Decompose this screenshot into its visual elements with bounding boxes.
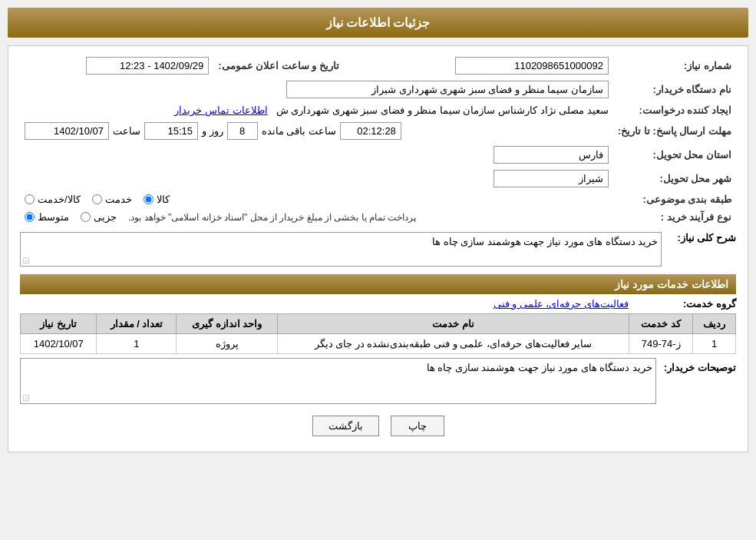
service-table-body: 1ز-74-749سایر فعالیت‌های حرفه‌ای، علمی و…	[21, 334, 736, 354]
row-eijadKonnande: ایجاد کننده درخواست: سعید مصلی نژاد کارش…	[20, 101, 736, 119]
table-cell: سایر فعالیت‌های حرفه‌ای، علمی و فنی طبقه…	[277, 334, 629, 354]
resize-icon: ◲	[22, 256, 29, 264]
tabaqe-radio-group: کالا/خدمت خدمت کالا	[25, 194, 609, 205]
mohlat-saat-label: ساعت	[113, 125, 140, 137]
mohlat-baghimandeh-label: ساعت باقی مانده	[262, 125, 336, 137]
page-header: جزئیات اطلاعات نیاز	[8, 8, 748, 38]
eijadKonnande-value: سعید مصلی نژاد کارشناس سازمان سیما منظر …	[20, 101, 613, 119]
col-tedad: تعداد / مقدار	[97, 314, 177, 334]
col-tarikh: تاریخ نیاز	[21, 314, 97, 334]
table-cell: 1402/10/07	[21, 334, 97, 354]
noeFarayand-value: متوسط جزیی پرداخت تمام یا بخشی از مبلغ خ…	[20, 208, 613, 226]
row-mohlat: مهلت ارسال پاسخ: تا تاریخ: 1402/10/07 سا…	[20, 119, 736, 143]
noeFarayand-label: نوع فرآیند خرید :	[613, 208, 736, 226]
service-table-head: ردیف کد خدمت نام خدمت واحد اندازه گیری ت…	[21, 314, 736, 334]
namDastgah-label: نام دستگاه خریدار:	[613, 78, 736, 101]
shahr-value: شیراز	[20, 167, 613, 190]
row-ostan: استان محل تحویل: فارس	[20, 143, 736, 167]
back-button[interactable]: بازگشت	[312, 416, 379, 436]
tabaqe-label: طبقه بندی موضوعی:	[613, 190, 736, 208]
noeFarayand-radio-group: متوسط جزیی	[25, 211, 117, 223]
tosifat-row: توصیحات خریدار: خرید دستگاه های مورد نیا…	[20, 358, 736, 404]
tabaqe-kalaKhadamat-radio[interactable]	[25, 194, 35, 204]
tabaqe-value: کالا/خدمت خدمت کالا	[20, 190, 613, 208]
tabaqe-kalaKhadamat-item[interactable]: کالا/خدمت	[25, 194, 81, 205]
eijadKonnande-text: سعید مصلی نژاد کارشناس سازمان سیما منظر …	[276, 104, 609, 116]
table-cell: 1	[693, 334, 736, 354]
print-button[interactable]: چاپ	[391, 416, 444, 436]
mohlat-label: مهلت ارسال پاسخ: تا تاریخ:	[613, 119, 736, 143]
ostan-value: فارس	[20, 143, 613, 167]
bottom-buttons: چاپ بازگشت	[20, 416, 736, 444]
tarikh-label: تاریخ و ساعت اعلان عمومی:	[213, 54, 344, 78]
row-shomareNiaz: شماره نیاز: 1102098651000092 تاریخ و ساع…	[20, 54, 736, 78]
tosifat-resize-icon: ◲	[22, 393, 29, 402]
namDastgah-value: سازمان سیما منظر و فضای سبز شهری شهرداری…	[20, 78, 613, 101]
grohe-khadamat-label: گروه خدمت:	[644, 298, 736, 310]
noeFarayand-motavaset-item[interactable]: متوسط	[25, 211, 69, 223]
table-row: 1ز-74-749سایر فعالیت‌های حرفه‌ای، علمی و…	[21, 334, 736, 354]
noeFarayand-jozii-radio[interactable]	[81, 212, 91, 222]
eijadKonnande-link[interactable]: اطلاعات تماس خریدار	[174, 104, 267, 116]
table-cell: 1	[97, 334, 177, 354]
col-nam-khadamat: نام خدمت	[277, 314, 629, 334]
grohe-khadamat-row: گروه خدمت: فعالیت‌های حرفه‌ای، علمی و فن…	[20, 298, 736, 310]
service-table-header-row: ردیف کد خدمت نام خدمت واحد اندازه گیری ت…	[21, 314, 736, 334]
tosifat-label: توصیحات خریدار:	[664, 358, 736, 373]
noeFarayand-motavaset-radio[interactable]	[25, 212, 35, 222]
tosifat-field: خرید دستگاه های مورد نیاز جهت هوشمند ساز…	[20, 358, 656, 404]
ostan-field: فارس	[494, 146, 609, 164]
mohlat-value: 1402/10/07 ساعت 15:15 روز و 8 ساعت باقی …	[20, 119, 613, 143]
eijadKonnande-label: ایجاد کننده درخواست:	[613, 101, 736, 119]
namDastgah-field: سازمان سیما منظر و فضای سبز شهری شهرداری…	[286, 81, 609, 98]
row-namDastgah: نام دستگاه خریدار: سازمان سیما منظر و فض…	[20, 78, 736, 101]
tosifat-value: خرید دستگاه های مورد نیاز جهت هوشمند ساز…	[427, 362, 653, 373]
shomareNiaz-field: 1102098651000092	[455, 57, 609, 75]
mohlat-rooz-label: روز و	[202, 125, 223, 137]
noeFarayand-desc: پرداخت تمام یا بخشی از مبلغ خریدار از مح…	[128, 212, 416, 223]
tabaqe-kalaKhadamat-label: کالا/خدمت	[38, 194, 81, 205]
col-vahed: واحد اندازه گیری	[177, 314, 277, 334]
mohlat-date-field: 1402/10/07	[25, 122, 109, 140]
noeFarayand-motavaset-label: متوسط	[38, 211, 69, 223]
tabaqe-kala-label: کالا	[157, 194, 170, 205]
sharh-value: خرید دستگاه های مورد نیاز جهت هوشمند ساز…	[432, 236, 659, 247]
service-table: ردیف کد خدمت نام خدمت واحد اندازه گیری ت…	[20, 313, 736, 354]
table-cell: پروژه	[177, 334, 277, 354]
shomareNiaz-label: شماره نیاز:	[613, 54, 736, 78]
grohe-khadamat-value[interactable]: فعالیت‌های حرفه‌ای، علمی و فنی	[494, 298, 629, 310]
info-table: شماره نیاز: 1102098651000092 تاریخ و ساع…	[20, 54, 736, 226]
ostan-label: استان محل تحویل:	[613, 143, 736, 167]
page-wrapper: جزئیات اطلاعات نیاز شماره نیاز: 11020986…	[0, 0, 756, 540]
shahr-field: شیراز	[494, 170, 609, 187]
noeFarayand-jozii-label: جزیی	[94, 211, 117, 223]
mohlat-baghimandeh-field: 02:12:28	[340, 122, 401, 140]
tabaqe-khadamat-item[interactable]: خدمت	[92, 194, 132, 205]
tabaqe-kala-item[interactable]: کالا	[144, 194, 170, 205]
col-kod-khadamat: کد خدمت	[629, 314, 693, 334]
row-noeFarayand: نوع فرآیند خرید : متوسط جزیی	[20, 208, 736, 226]
table-cell: ز-74-749	[629, 334, 693, 354]
tabaqe-khadamat-radio[interactable]	[92, 194, 102, 204]
page-title: جزئیات اطلاعات نیاز	[326, 16, 431, 29]
khadamat-section-title: اطلاعات خدمات مورد نیاز	[20, 274, 736, 294]
sharh-field: خرید دستگاه های مورد نیاز جهت هوشمند ساز…	[20, 232, 662, 267]
noeFarayand-container: متوسط جزیی پرداخت تمام یا بخشی از مبلغ خ…	[25, 211, 609, 223]
shomareNiaz-value: 1102098651000092	[375, 54, 613, 78]
sharh-row: شرح کلی نیاز: خرید دستگاه های مورد نیاز …	[20, 232, 736, 267]
tabaqe-kala-radio[interactable]	[144, 194, 154, 204]
shahr-label: شهر محل تحویل:	[613, 167, 736, 190]
mohlat-saat-field: 15:15	[144, 122, 198, 140]
sharh-label: شرح کلی نیاز:	[677, 232, 736, 243]
mohlat-rooz-field: 8	[227, 122, 258, 140]
row-shahr: شهر محل تحویل: شیراز	[20, 167, 736, 190]
col-radif: ردیف	[693, 314, 736, 334]
tabaqe-khadamat-label: خدمت	[105, 194, 132, 205]
tarikh-field: 1402/09/29 - 12:23	[86, 57, 209, 75]
main-card: شماره نیاز: 1102098651000092 تاریخ و ساع…	[8, 45, 748, 452]
row-tabaqe: طبقه بندی موضوعی: کالا/خدمت خدمت کالا	[20, 190, 736, 208]
noeFarayand-jozii-item[interactable]: جزیی	[81, 211, 117, 223]
tarikh-value: 1402/09/29 - 12:23	[20, 54, 213, 78]
